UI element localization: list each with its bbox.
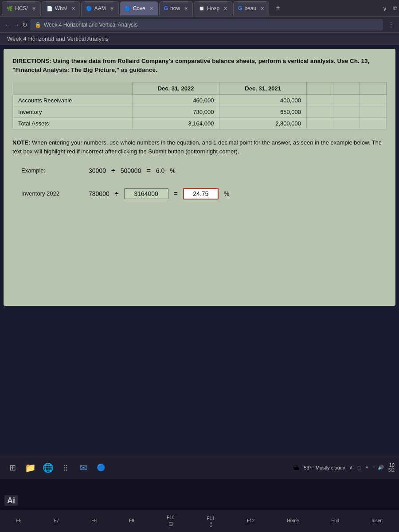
tab-icon-how: G [164,5,168,12]
row-label-inv: Inventory [13,106,133,117]
tab-close-cove[interactable]: ✕ [149,6,153,12]
row-extra3 [360,94,387,106]
taskbar-time: 10 [388,462,395,468]
row-val-ar-2021: 400,000 [219,94,307,106]
fn-key-f7[interactable]: F7 [54,518,59,524]
example-percent: % [170,167,175,174]
tab-beau[interactable]: G beau ✕ [233,1,269,16]
page-title: Week 4 Horizontal and Vertical Analysis [7,35,109,42]
ai-label-area: Ai [4,496,18,505]
fn-key-insert[interactable]: Insert [372,518,383,524]
row-extra1 [307,94,333,106]
extensions-icon[interactable]: ⋮ [387,20,395,29]
directions-block: DIRECTIONS: Using these data from Rollai… [12,57,387,75]
tab-icon-beau: G [238,5,242,12]
directions-body: Using these data from Rollaird Company's… [53,58,258,64]
directions-bold: DIRECTIONS: [12,58,51,64]
row-extra8 [333,117,360,129]
tab-label-what: Wha! [55,5,67,12]
row-val-inv-2022: 780,000 [132,106,219,117]
tab-close-what[interactable]: ✕ [71,6,75,12]
taskbar-chrome-icon[interactable]: 🔵 [93,460,109,476]
address-bar[interactable]: 🔒 Week 4 Horizontal and Vertical Analysi… [30,19,383,31]
tab-close-hcs[interactable]: ✕ [32,6,36,12]
taskbar-edge-icon[interactable]: 🌐 [40,460,56,476]
caret-up-icon: ∧ [349,465,353,470]
tab-cove[interactable]: 🔵 Cove ✕ [120,1,158,16]
table-header-2022: Dec. 31, 2022 [132,82,219,94]
ssl-icon: 🔒 [35,22,41,28]
table-header-extra2 [333,82,360,94]
url-text: Week 4 Horizontal and Vertical Analysis [44,22,137,28]
tab-close-beau[interactable]: ✕ [260,6,264,12]
refresh-button[interactable]: ↻ [22,21,27,28]
fn-key-f6[interactable]: F6 [16,518,22,524]
tab-chevron-icon[interactable]: ∨ [383,5,390,12]
fn-key-f12-label: F12 [247,518,254,523]
example-label: Example: [21,167,83,174]
ai-label: Ai [4,495,18,506]
example-op1: ÷ [111,167,115,175]
fn-key-bar: F6 F7 F8 F9 F10 ⊟ F11 ⣿ F12 Home End Ins… [0,510,399,532]
browser-minimize-icon[interactable]: ⧉ [393,5,397,12]
fn-key-insert-label: Insert [372,518,383,523]
fn-key-f12[interactable]: F12 [247,518,254,524]
forward-button[interactable]: → [13,21,20,28]
tab-hosp[interactable]: 🔲 Hosp ✕ [194,1,232,16]
fn-key-f8-label: F8 [91,518,97,523]
weather-icon: 🌥 [293,464,299,471]
volume-icon[interactable]: 🔊 [378,465,384,470]
row-label-ta: Total Assets [13,117,133,129]
fn-key-end[interactable]: End [331,518,339,524]
fn-key-f10-icon: ⊟ [168,521,173,527]
row-extra7 [307,117,333,129]
inventory-label: Inventory 2022 [21,190,83,197]
taskbar-clock: 10 5/2 [388,462,395,473]
fn-key-f9[interactable]: F9 [129,518,134,524]
tab-what[interactable]: 📄 Wha! ✕ [42,1,80,16]
tab-close-how[interactable]: ✕ [184,6,188,12]
row-extra2 [333,94,360,106]
new-tab-button[interactable]: + [272,2,284,15]
table-row: Accounts Receivable 460,000 400,000 [13,94,387,106]
fn-key-f9-label: F9 [129,518,134,523]
taskbar: ⊞ 📁 🌐 ⣿ ✉ 🔵 🌥 53°F Mostly cloudy ∧ □ ✦ 𝄾… [0,456,399,479]
taskbar-date: 5/2 [388,468,395,473]
taskbar-apps-icon[interactable]: ⣿ [58,460,74,476]
row-label-ar: Accounts Receivable [13,94,133,106]
fn-key-end-label: End [331,518,339,523]
table-header-label [13,82,133,94]
balance-sheet-table: Dec. 31, 2022 Dec. 31, 2021 Accounts Rec… [12,82,387,129]
taskbar-mail-icon[interactable]: ✉ [75,460,91,476]
table-row: Total Assets 3,164,000 2,800,000 [13,117,387,129]
tab-close-hosp[interactable]: ✕ [223,6,227,12]
tab-how[interactable]: G how ✕ [159,1,193,16]
weather-text: 53°F Mostly cloudy [304,465,345,470]
tab-label-hosp: Hosp [207,5,219,12]
tab-label-aam: AAM [94,5,106,12]
row-extra4 [307,106,333,117]
tab-close-aam[interactable]: ✕ [110,6,114,12]
table-header-extra1 [307,82,333,94]
tab-icon-cove: 🔵 [125,6,131,12]
inventory-percent: % [224,190,229,197]
fn-key-home[interactable]: Home [287,518,299,524]
inventory-answer-input[interactable] [183,188,219,200]
tab-hcs[interactable]: 🌿 HCS/ ✕ [2,1,41,16]
inventory-num1: 780000 [89,190,110,197]
directions-perform: perform a vertical [258,58,309,64]
inventory-divisor-input[interactable] [124,188,168,199]
tab-label-beau: beau [244,5,256,12]
row-extra6 [360,106,387,117]
row-extra5 [333,106,360,117]
fn-key-f7-label: F7 [54,518,59,523]
taskbar-folder-icon[interactable]: 📁 [22,460,38,476]
fn-key-f11[interactable]: F11 ⣿ [207,516,215,527]
tab-aam[interactable]: 🔵 AAM ✕ [81,1,119,16]
fn-key-f8[interactable]: F8 [91,518,97,524]
table-header-extra3 [360,82,387,94]
taskbar-monitor-icon[interactable]: ⊞ [4,460,20,476]
dark-bottom-area: Ai [0,479,399,510]
fn-key-f10[interactable]: F10 ⊟ [167,515,174,527]
back-button[interactable]: ← [4,21,11,28]
